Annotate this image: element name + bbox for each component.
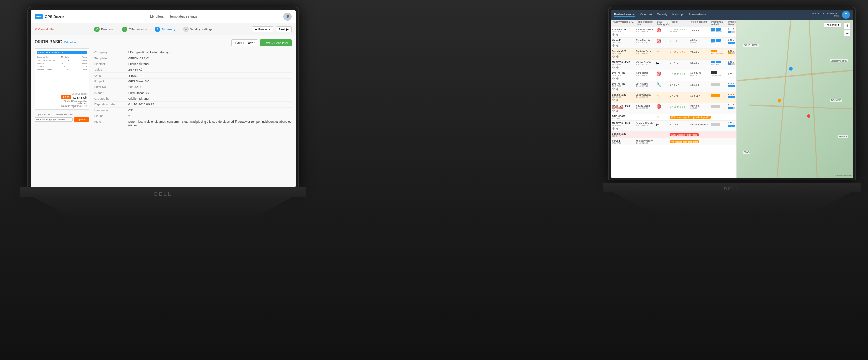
nav-my-offers[interactable]: My offers: [150, 15, 164, 18]
table-row[interactable]: Scania N323 2JK 3284 Josef Červený 1. 4.…: [611, 92, 736, 103]
nav-reporty[interactable]: Reporty: [657, 13, 668, 17]
vehicle-cell: Scania N323 7RJ 4218: [612, 28, 636, 33]
settings-icon[interactable]: ⚙: [612, 76, 615, 80]
driver-cell: Jiří Novotný 1. 4. 20 17:16: [636, 83, 656, 87]
map-road: [809, 20, 818, 178]
map-icon[interactable]: ◆: [616, 54, 619, 58]
table-row[interactable]: Volvo FH 2BK 1177 Rudolf Novák 1. 4. 20 …: [611, 38, 736, 49]
action-icons: ⚙ ◆: [612, 127, 636, 130]
copy-url-button[interactable]: Copy URL: [74, 117, 89, 122]
settings-icon[interactable]: ⚙: [612, 127, 615, 130]
settings-icon[interactable]: ⚙: [612, 87, 615, 91]
settings-icon[interactable]: ⚙: [612, 65, 615, 69]
laptop-right: Přehled vozidel Kalendář Reporty Nástroj…: [603, 7, 861, 211]
map-icon[interactable]: ◆: [616, 87, 619, 91]
tacho-cell: 🎯: [656, 28, 670, 33]
map-icon[interactable]: ◆: [616, 33, 619, 36]
vehicle-cell: MAN TGX - FMS 5AB 2964: [612, 122, 636, 127]
alert-cell: Není vložena karta řidiče: [670, 134, 736, 136]
wizard-step-3[interactable]: 3 Summary: [155, 27, 175, 32]
extend-cell: 2 ze 2: [728, 82, 736, 87]
map-icon[interactable]: ◆: [616, 109, 619, 113]
wizard-step-4[interactable]: 4 Sending settings: [183, 27, 213, 32]
edit-offer-link[interactable]: Edit offer: [64, 40, 76, 44]
zoom-out-button[interactable]: −: [844, 30, 851, 37]
driver-cell: Stanislav Zelený 1. 4. 20 06:38: [636, 28, 656, 33]
col-break: Přestávka nabídti: [711, 21, 728, 26]
tacho-cell: 🔧: [656, 82, 670, 87]
pdf-row-2: GPS Dozor Standard422 000: [37, 59, 87, 62]
table-row[interactable]: MAN TGX - FMS 5AB 2964 Jaromír Příhoda 1…: [611, 121, 736, 132]
alert-cell: Data z tachografu nejsou k dispozici: [670, 116, 736, 118]
nav-kalendar[interactable]: Kalendář: [640, 13, 652, 17]
col-tacho: Stav tachografu: [656, 21, 670, 26]
table-row[interactable]: Scania N323 4P5 1384 Břetislav Sova 1. 4…: [611, 49, 736, 60]
laptop-left-stand: [34, 197, 292, 218]
left-panel: ORION-BASIC Edit offer CENOVÁ KALKULACE …: [35, 39, 89, 183]
extend-cell: 2 ze 3: [728, 104, 736, 109]
nav-prehled[interactable]: Přehled vozidel: [614, 13, 635, 17]
settings-icon[interactable]: ⚙: [612, 54, 615, 58]
settings-icon[interactable]: ⚙: [612, 33, 615, 36]
detail-units: Units 4 pcs.: [94, 73, 292, 79]
alert-cell: Ve vozidle není tachograf: [670, 141, 736, 143]
url-share-label: Copy this URL to share the offer: [35, 113, 89, 116]
nav-nastroje[interactable]: Nástroje: [672, 13, 684, 17]
map-label: ČCKÉ ÚDOLÍ: [743, 44, 759, 47]
break-cell: [711, 83, 728, 86]
action-icons: ⚙ ◆: [612, 33, 636, 36]
edit-pdf-button[interactable]: Edit PDF offer: [231, 39, 258, 46]
action-icons: ⚙ ◆: [612, 54, 636, 58]
map-icon[interactable]: ◆: [616, 98, 619, 102]
driver-cell: Břetislav Sova 1. 4. 20 06:28: [636, 50, 656, 54]
table-row[interactable]: Scania N323 7RJ 4218 Stanislav Zelený 1.…: [611, 27, 736, 38]
table-row[interactable]: Volvo FH 9TK 4767 Miroslav Veselý 1. 4. …: [611, 138, 736, 145]
prev-button[interactable]: ◀ Previous: [252, 26, 273, 32]
next-button[interactable]: Next ▶: [276, 26, 292, 32]
settings-icon[interactable]: ⚙: [612, 44, 615, 47]
laptop-left: GPS GPS Dozor My offers Templates settin…: [20, 7, 306, 218]
map-icon[interactable]: ◆: [616, 76, 619, 80]
table-row[interactable]: DAF XF 460 285 2081 ⚠ Data z tachografu …: [611, 114, 736, 121]
left-app: GPS GPS Dozor My offers Templates settin…: [31, 10, 296, 187]
table-row[interactable]: Scania N323 288 5467 Není vložena karta …: [611, 132, 736, 138]
total-price: 41 844 Kč: [72, 96, 87, 99]
nav-administrace[interactable]: Administrace: [689, 13, 706, 17]
col-output: Výkon celkem: [690, 21, 711, 26]
table-row[interactable]: MAN TGX - FMS 4PX 3141 Václav Dvořák 1. …: [611, 60, 736, 70]
map-pin-red[interactable]: [806, 114, 811, 118]
map-icon[interactable]: ◆: [616, 65, 619, 69]
dell-logo-left: DELL: [154, 191, 172, 197]
cancel-offer-button[interactable]: ✕ Cancel offer: [35, 28, 55, 31]
url-input[interactable]: [35, 117, 73, 122]
left-screen-content: GPS GPS Dozor My offers Templates settin…: [31, 10, 296, 187]
save-send-button[interactable]: Save & Send later: [260, 39, 292, 46]
map-attribution[interactable]: Nastavit zobrazení: [835, 174, 852, 176]
laptop-right-stand: [613, 192, 851, 211]
map-pin-blue[interactable]: [788, 66, 793, 71]
map-pin-orange[interactable]: [777, 98, 782, 103]
table-row[interactable]: MAN TGX - FMS EX7TE20124 Václav Drtina 1…: [611, 103, 736, 114]
logo-area: GPS GPS Dozor: [35, 14, 64, 19]
break-cell: 45 m od 5:00: [711, 50, 728, 54]
gps-body: Název vozidla SPZ Řidič Poslední data St…: [611, 20, 853, 178]
map-dropdown[interactable]: Základní ▾: [824, 22, 842, 28]
zoom-in-button[interactable]: +: [844, 22, 851, 29]
settings-icon[interactable]: ⚙: [612, 109, 615, 113]
table-row[interactable]: DAF XF 460 BK3 1367 Karel Horák 1. 4. 20…: [611, 70, 736, 81]
user-avatar[interactable]: 👤: [283, 13, 292, 21]
nav-templates[interactable]: Templates settings: [169, 15, 197, 18]
tacho-cell: ⚠: [656, 50, 670, 54]
gps-avatar[interactable]: T: [842, 11, 850, 19]
map-icon[interactable]: ◆: [616, 44, 619, 47]
driving-cell: 6 h 30 m ≥ 9 h od 2:00: [670, 28, 690, 33]
wizard-step-1[interactable]: ✓ Basic info: [94, 27, 114, 32]
table-row[interactable]: DAF XF 460 9RK 7985 Jiří Novotný 1. 4. 2…: [611, 81, 736, 92]
vehicle-cell: Scania N323 4P5 1384: [612, 50, 636, 54]
detail-company: Company Úřad geodézie, kartografie xyz.: [94, 50, 292, 55]
settings-icon[interactable]: ⚙: [612, 98, 615, 102]
map-icon[interactable]: ◆: [616, 127, 619, 130]
vehicle-cell: DAF XF 460 9RK 7985: [612, 83, 636, 87]
wizard-step-2[interactable]: ✓ Offer settings: [122, 27, 147, 32]
vehicle-cell: MAN TGX - FMS 4PX 3141: [612, 61, 636, 65]
